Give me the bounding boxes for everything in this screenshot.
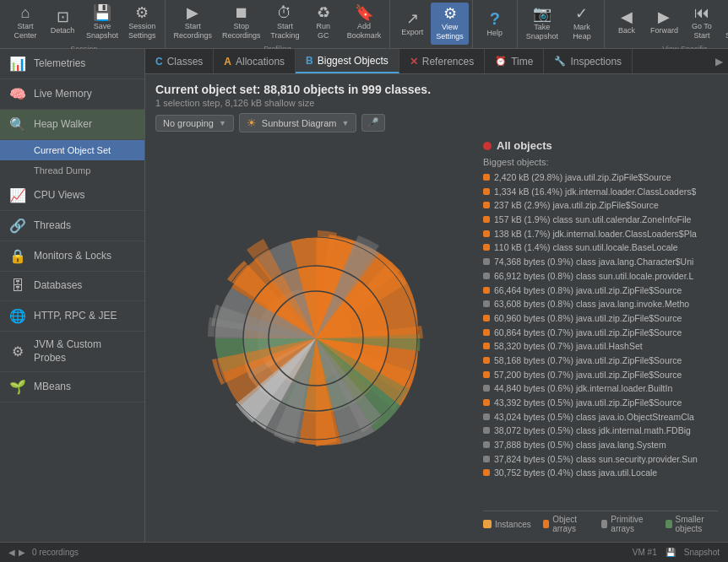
object-color-dot xyxy=(483,300,490,307)
sunburst-chart xyxy=(172,195,459,482)
object-item-text: 43,392 bytes (0.5%) java.util.zip.ZipFil… xyxy=(494,397,682,409)
save-snapshot-icon: 💾 xyxy=(93,5,111,20)
live-memory-icon: 🧠 xyxy=(8,86,27,102)
help-button[interactable]: ? Help xyxy=(476,7,513,41)
stop-recordings-button[interactable]: ⏹ Stop Recordings xyxy=(217,2,265,44)
view-settings-button[interactable]: ⚙ View Settings xyxy=(431,3,469,45)
sidebar-item-http-rpc-jee[interactable]: 🌐 HTTP, RPC & JEE xyxy=(0,301,144,332)
run-gc-button[interactable]: ♻ Run GC xyxy=(304,2,341,44)
snapshot-icon: 💾 xyxy=(666,548,676,557)
list-item: 44,840 bytes (0.6%) jdk.internal.loader.… xyxy=(483,381,718,396)
tab-biggest-objects[interactable]: B Biggest Objects xyxy=(296,49,399,73)
object-color-dot xyxy=(483,273,490,279)
sidebar-item-mbeans[interactable]: 🌱 MBeans xyxy=(0,372,144,403)
sidebar-item-threads[interactable]: 🔗 Threads xyxy=(0,211,144,241)
sidebar-item-jvm-custom-label: JVM & Custom Probes xyxy=(34,338,136,365)
sidebar-item-jvm-custom[interactable]: ⚙ JVM & Custom Probes xyxy=(0,332,144,372)
start-center-button[interactable]: ⌂ Start Center xyxy=(7,2,44,44)
sidebar: 📊 Telemetries 🧠 Live Memory 🔍 Heap Walke… xyxy=(0,49,145,542)
sidebar-item-databases[interactable]: 🗄 Databases xyxy=(0,272,144,301)
start-center-icon: ⌂ xyxy=(21,5,30,20)
tab-time[interactable]: ⏰ Time xyxy=(485,49,544,73)
legend-smaller-objects: Smaller objects xyxy=(666,515,718,533)
list-item: 30,752 bytes (0.4%) class java.util.Loca… xyxy=(483,466,718,480)
sidebar-item-telemetries-label: Telemetries xyxy=(34,57,85,71)
show-selection-button[interactable]: ⊞ Show Selection xyxy=(720,2,728,44)
next-recording-button[interactable]: ▶ xyxy=(19,548,25,557)
sidebar-sub-current-object-set[interactable]: Current Object Set xyxy=(0,140,144,160)
take-snapshot-icon: 📷 xyxy=(533,6,551,21)
add-bookmark-icon: 🔖 xyxy=(355,5,373,20)
mark-heap-button[interactable]: ✓ Mark Heap xyxy=(563,3,600,45)
object-color-dot xyxy=(483,456,490,462)
detach-button[interactable]: ⊡ Detach xyxy=(44,6,81,39)
list-item: 58,320 bytes (0.7%) java.util.HashSet xyxy=(483,339,718,354)
object-color-dot xyxy=(483,174,490,181)
sidebar-item-http-rpc-jee-label: HTTP, RPC & JEE xyxy=(34,310,117,323)
object-item-text: 60,960 bytes (0.8%) java.util.zip.ZipFil… xyxy=(494,312,682,325)
tab-references[interactable]: ✕ References xyxy=(399,49,485,73)
object-set-info: Current object set: 88,810 objects in 99… xyxy=(155,83,718,108)
tabs-overflow-button[interactable]: ▶ xyxy=(710,49,728,73)
sidebar-item-heap-walker[interactable]: 🔍 Heap Walker xyxy=(0,110,144,140)
save-snapshot-button[interactable]: 💾 Save Snapshot xyxy=(81,2,123,44)
tab-inspections[interactable]: 🔧 Inspections xyxy=(544,49,633,73)
take-snapshot-button[interactable]: 📷 Take Snapshot xyxy=(521,3,563,45)
grouping-dropdown[interactable]: No grouping ▼ xyxy=(155,115,234,132)
tab-classes[interactable]: C Classes xyxy=(145,49,214,73)
export-button[interactable]: ↗ Export xyxy=(394,8,431,41)
sidebar-item-telemetries[interactable]: 📊 Telemetries xyxy=(0,49,144,79)
back-button[interactable]: ◀ Back xyxy=(608,6,645,39)
cpu-views-icon: 📈 xyxy=(8,187,27,203)
biggest-objects-tab-icon: B xyxy=(306,55,313,67)
tab-classes-label: Classes xyxy=(167,56,204,68)
sidebar-item-mbeans-label: MBeans xyxy=(34,381,71,394)
sidebar-item-monitors-locks[interactable]: 🔒 Monitors & Locks xyxy=(0,241,144,272)
session-settings-button[interactable]: ⚙ Session Settings xyxy=(123,2,161,44)
run-gc-label: Run GC xyxy=(309,22,336,41)
object-item-text: 43,024 bytes (0.5%) class java.io.Object… xyxy=(494,411,694,424)
back-icon: ◀ xyxy=(621,9,633,24)
classes-tab-icon: C xyxy=(155,56,163,68)
detach-icon: ⊡ xyxy=(57,9,69,24)
view-settings-icon: ⚙ xyxy=(443,6,457,21)
sidebar-sub-thread-dump[interactable]: Thread Dump xyxy=(0,160,144,181)
forward-icon: ▶ xyxy=(658,9,670,24)
add-bookmark-label: Add Bookmark xyxy=(347,22,382,41)
object-color-dot xyxy=(483,287,490,294)
prev-recording-button[interactable]: ◀ xyxy=(8,548,15,557)
object-item-text: 157 kB (1.9%) class sun.util.calendar.Zo… xyxy=(494,213,691,226)
export-group: ↗ Export ⚙ View Settings xyxy=(390,0,473,48)
http-rpc-jee-icon: 🌐 xyxy=(8,308,27,324)
detach-label: Detach xyxy=(51,26,75,35)
start-recordings-button[interactable]: ▶ Start Recordings xyxy=(169,2,217,44)
start-tracking-button[interactable]: ⏱ Start Tracking xyxy=(265,2,304,44)
add-bookmark-button[interactable]: 🔖 Add Bookmark xyxy=(342,2,386,44)
object-color-dot xyxy=(483,315,490,322)
go-to-start-button[interactable]: ⏮ Go To Start xyxy=(683,2,720,44)
sidebar-item-databases-label: Databases xyxy=(34,279,82,293)
list-item: 66,464 bytes (0.8%) java.util.zip.ZipFil… xyxy=(483,284,718,298)
tab-biggest-objects-label: Biggest Objects xyxy=(318,55,388,67)
diagram-dropdown[interactable]: ☀ Sunburst Diagram ▼ xyxy=(239,113,357,132)
profiling-group: ▶ Start Recordings ⏹ Stop Recordings ⏱ S… xyxy=(166,0,391,48)
snapshot-group: 📷 Take Snapshot ✓ Mark Heap xyxy=(518,0,605,48)
sidebar-item-cpu-views[interactable]: 📈 CPU Views xyxy=(0,181,144,211)
legend-instances: Instances xyxy=(483,520,531,529)
list-item: 60,864 bytes (0.7%) java.util.zip.ZipFil… xyxy=(483,326,718,340)
forward-button[interactable]: ▶ Forward xyxy=(645,6,683,39)
tab-allocations[interactable]: A Allocations xyxy=(214,49,296,73)
list-item: 43,024 bytes (0.5%) class java.io.Object… xyxy=(483,410,718,424)
object-color-dot xyxy=(483,371,490,378)
take-snapshot-label: Take Snapshot xyxy=(526,23,558,41)
export-icon: ↗ xyxy=(406,11,419,26)
tab-inspections-label: Inspections xyxy=(570,56,622,68)
object-color-dot xyxy=(483,399,490,406)
inspections-tab-icon: 🔧 xyxy=(554,56,566,67)
list-item: 37,824 bytes (0.5%) class sun.security.p… xyxy=(483,452,718,467)
microphone-button[interactable]: 🎤 xyxy=(361,114,385,132)
tabs-bar: C Classes A Allocations B Biggest Object… xyxy=(145,49,728,74)
sidebar-item-live-memory[interactable]: 🧠 Live Memory xyxy=(0,79,144,110)
start-center-label: Start Center xyxy=(14,22,36,41)
list-item: 157 kB (1.9%) class sun.util.calendar.Zo… xyxy=(483,213,718,227)
